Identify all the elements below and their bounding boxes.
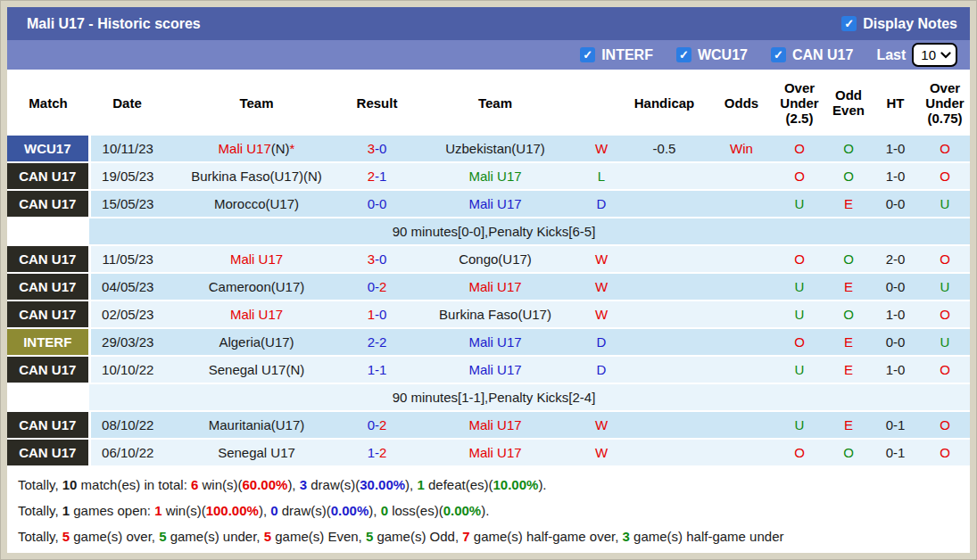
- score: 0-2: [348, 273, 406, 301]
- odd-even-value: O: [826, 162, 871, 190]
- half-time-score: 1-0: [871, 301, 920, 328]
- odds-value: [710, 439, 773, 466]
- match-row: CAN U1708/10/22Mauritania(U17)0-2Mali U1…: [7, 411, 970, 439]
- filter-canu17-toggle[interactable]: ✓ CAN U17: [771, 47, 853, 63]
- checkmark-icon: ✓: [583, 48, 592, 62]
- over-under-075-value: O: [920, 162, 970, 190]
- home-team: Burkina Faso(U17)(N): [165, 162, 348, 190]
- interf-checkbox[interactable]: ✓: [580, 47, 595, 62]
- filter-wcu17-toggle[interactable]: ✓ WCU17: [676, 47, 748, 63]
- half-time-score: 1-0: [871, 356, 920, 383]
- over-under-075-value: O: [920, 411, 970, 439]
- competition-badge: CAN U17: [7, 273, 89, 301]
- filter-wcu17-label: WCU17: [698, 47, 748, 63]
- odd-even-value: O: [826, 439, 871, 466]
- half-time-score: 0-1: [871, 411, 920, 439]
- competition-badge: CAN U17: [7, 411, 89, 439]
- odds-value: [710, 356, 773, 383]
- odds-value: [710, 301, 773, 328]
- odds-value: [710, 162, 773, 190]
- display-notes-label: Display Notes: [863, 16, 957, 32]
- col-over-under-25: Over Under (2.5): [773, 70, 826, 136]
- home-team: Algeria(U17): [165, 328, 348, 356]
- penalty-note: 90 minutes[1-1],Penalty Kicks[2-4]: [89, 383, 970, 411]
- odd-even-value: E: [826, 273, 871, 301]
- away-team: Mali U17: [406, 356, 584, 383]
- over-under-075-value: O: [920, 245, 970, 273]
- over-under-25-value: O: [773, 245, 826, 273]
- match-date: 04/05/23: [89, 273, 165, 301]
- away-team: Congo(U17): [406, 245, 584, 273]
- content-area: Mali U17 - Historic scores ✓ Display Not…: [7, 7, 970, 553]
- display-notes-toggle[interactable]: ✓ Display Notes: [841, 16, 957, 32]
- odd-even-value: O: [826, 245, 871, 273]
- result-letter: D: [584, 328, 618, 356]
- table-header-row: Match Date Team Result Team Handicap Odd…: [7, 70, 970, 136]
- score: 1-2: [348, 439, 406, 466]
- page-title: Mali U17 - Historic scores: [27, 16, 201, 32]
- title-bar: Mali U17 - Historic scores ✓ Display Not…: [7, 7, 970, 40]
- can-u17-checkbox[interactable]: ✓: [771, 47, 786, 62]
- last-label: Last: [876, 47, 906, 63]
- empty-match-cell: [7, 218, 89, 245]
- half-time-score: 1-0: [871, 162, 920, 190]
- match-row: CAN U1704/05/23Cameroon(U17)0-2Mali U17W…: [7, 273, 970, 301]
- historic-scores-table: Match Date Team Result Team Handicap Odd…: [7, 70, 970, 467]
- result-letter: W: [584, 245, 618, 273]
- result-letter: W: [584, 411, 618, 439]
- competition-badge: CAN U17: [7, 162, 89, 190]
- half-time-score: 2-0: [871, 245, 920, 273]
- competition-badge: CAN U17: [7, 439, 89, 466]
- score: 0-0: [348, 190, 406, 218]
- away-team: Burkina Faso(U17): [406, 301, 584, 328]
- col-team-home: Team: [165, 70, 348, 136]
- home-team: Mali U17: [165, 245, 348, 273]
- home-team: Morocco(U17): [165, 190, 348, 218]
- handicap-value: [618, 356, 710, 383]
- col-match: Match: [7, 70, 89, 136]
- match-row: CAN U1706/10/22Senegal U171-2Mali U17WOO…: [7, 439, 970, 466]
- over-under-25-value: U: [773, 301, 826, 328]
- penalty-note: 90 minutes[0-0],Penalty Kicks[6-5]: [89, 218, 970, 245]
- over-under-25-value: O: [773, 439, 826, 466]
- over-under-25-value: U: [773, 190, 826, 218]
- empty-match-cell: [7, 383, 89, 411]
- handicap-value: [618, 328, 710, 356]
- filter-canu17-label: CAN U17: [792, 47, 853, 63]
- handicap-value: [618, 411, 710, 439]
- odds-value: [710, 273, 773, 301]
- away-team: Mali U17: [406, 273, 584, 301]
- col-handicap: Handicap: [618, 70, 710, 136]
- competition-badge: CAN U17: [7, 245, 89, 273]
- col-team-away: Team: [406, 70, 584, 136]
- over-under-075-value: O: [920, 439, 970, 466]
- match-date: 06/10/22: [89, 439, 165, 466]
- match-date: 15/05/23: [89, 190, 165, 218]
- display-notes-checkbox[interactable]: ✓: [841, 16, 857, 31]
- result-letter: W: [584, 273, 618, 301]
- away-team: Mali U17: [406, 190, 584, 218]
- filter-interf-toggle[interactable]: ✓ INTERF: [580, 47, 653, 63]
- summary-section: Totally, 10 match(es) in total: 6 win(s)…: [7, 467, 970, 549]
- col-odd-even: Odd Even: [826, 70, 871, 136]
- over-under-25-value: U: [773, 356, 826, 383]
- result-letter: D: [584, 190, 618, 218]
- away-team: Mali U17: [406, 328, 584, 356]
- handicap-value: -0.5: [618, 136, 710, 162]
- match-row: WCU1710/11/23Mali U17(N)*3-0Uzbekistan(U…: [7, 136, 970, 162]
- over-under-075-value: U: [920, 328, 970, 356]
- odd-even-value: E: [826, 356, 871, 383]
- odd-even-value: E: [826, 411, 871, 439]
- over-under-25-value: U: [773, 273, 826, 301]
- away-team: Mali U17: [406, 162, 584, 190]
- wcu17-checkbox[interactable]: ✓: [676, 47, 691, 62]
- last-games-select[interactable]: 10: [912, 43, 957, 67]
- handicap-value: [618, 162, 710, 190]
- home-team: Senegal U17(N): [165, 356, 348, 383]
- home-team: Mali U17: [165, 301, 348, 328]
- handicap-value: [618, 439, 710, 466]
- score: 3-0: [348, 136, 406, 162]
- result-letter: W: [584, 301, 618, 328]
- half-time-score: 0-0: [871, 328, 920, 356]
- half-time-score: 1-0: [871, 136, 920, 162]
